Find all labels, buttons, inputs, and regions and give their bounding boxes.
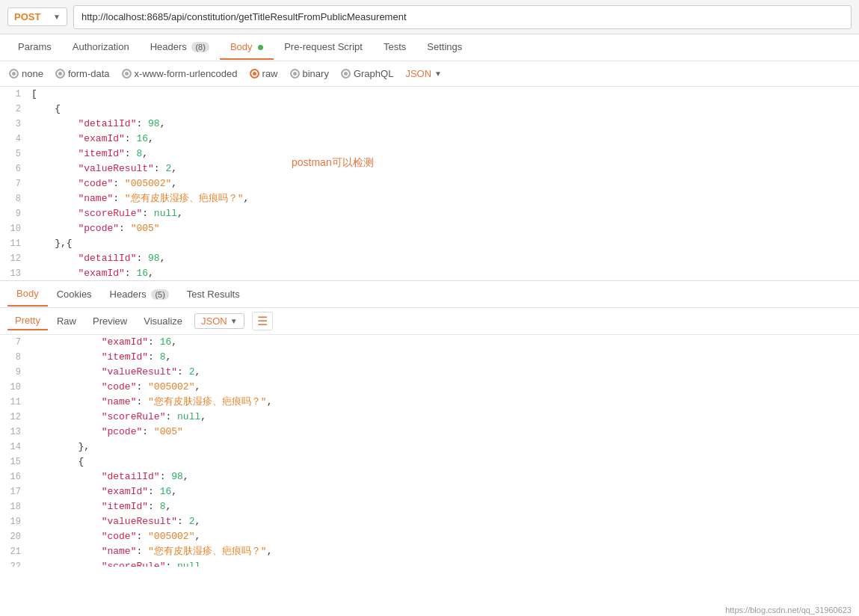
resp-format-arrow: ▼: [230, 317, 238, 325]
code-line-13: 13 "examId": 16,: [0, 266, 859, 281]
body-dot: [258, 45, 263, 50]
tab-authorization[interactable]: Authorization: [62, 35, 140, 60]
resp-line-11: 11 "name": "您有皮肤湿疹、疤痕吗？",: [0, 395, 859, 410]
code-line-8: 8 "name": "您有皮肤湿疹、疤痕吗？",: [0, 191, 859, 206]
format-arrow: ▼: [434, 70, 442, 78]
code-line-6: 6 "valueResult": 2,: [0, 161, 859, 176]
radio-binary[interactable]: binary: [290, 68, 329, 79]
resp-preview-btn[interactable]: Preview: [85, 312, 135, 330]
tab-params[interactable]: Params: [7, 35, 62, 60]
resp-line-22: 22 "scoreRule": null,: [0, 559, 859, 567]
resp-visualize-btn[interactable]: Visualize: [136, 312, 190, 330]
code-line-2: 2 {: [0, 102, 859, 117]
radio-graphql[interactable]: GraphQL: [341, 68, 393, 79]
body-type-row: none form-data x-www-form-urlencoded raw…: [0, 61, 859, 87]
method-select[interactable]: POST ▼: [7, 7, 67, 26]
radio-none[interactable]: none: [9, 68, 43, 79]
response-toolbar: Pretty Raw Preview Visualize JSON ▼ ☰: [0, 308, 859, 335]
resp-line-17: 17 "examId": 16,: [0, 484, 859, 499]
annotation-text: postman可以检测: [292, 156, 374, 170]
method-label: POST: [14, 11, 40, 22]
radio-binary-circle: [290, 69, 300, 78]
resp-line-15: 15 {: [0, 455, 859, 469]
tab-body[interactable]: Body: [220, 35, 274, 60]
resp-line-13: 13 "pcode": "005": [0, 425, 859, 440]
resp-line-9: 9 "valueResult": 2,: [0, 365, 859, 380]
resp-line-21: 21 "name": "您有皮肤湿疹、疤痕吗？",: [0, 544, 859, 559]
url-input[interactable]: [73, 5, 852, 29]
radio-none-circle: [9, 69, 19, 78]
response-code-area: 7 "examId": 16, 8 "itemId": 8, 9 "valueR…: [0, 335, 859, 567]
tab-headers[interactable]: Headers (8): [140, 35, 220, 60]
radio-raw-circle: [250, 69, 259, 78]
resp-line-12: 12 "scoreRule": null,: [0, 410, 859, 425]
footer-bar: https://blog.csdn.net/qq_31960623: [718, 604, 859, 616]
resp-pretty-btn[interactable]: Pretty: [7, 312, 48, 330]
request-code-area: postman可以检测 1 [ 2 { 3 "detailId": 98, 4 …: [0, 87, 859, 281]
resp-line-7: 7 "examId": 16,: [0, 335, 859, 350]
radio-graphql-circle: [341, 69, 351, 78]
code-line-1: 1 [: [0, 87, 859, 102]
resp-headers-badge: (5): [151, 289, 168, 300]
resp-tab-headers[interactable]: Headers (5): [101, 283, 178, 306]
radio-form-data-circle: [55, 69, 65, 78]
tab-settings[interactable]: Settings: [416, 35, 472, 60]
code-line-3: 3 "detailId": 98,: [0, 117, 859, 132]
resp-tab-test-results[interactable]: Test Results: [178, 283, 249, 306]
code-line-11: 11 },{: [0, 236, 859, 251]
footer-link: https://blog.csdn.net/qq_31960623: [725, 606, 852, 615]
code-line-7: 7 "code": "005002",: [0, 176, 859, 191]
wrap-icon[interactable]: ☰: [252, 312, 273, 330]
radio-urlencoded-circle: [122, 69, 132, 78]
code-line-9: 9 "scoreRule": null,: [0, 206, 859, 221]
code-line-10: 10 "pcode": "005": [0, 221, 859, 236]
resp-line-18: 18 "itemId": 8,: [0, 499, 859, 514]
resp-raw-btn[interactable]: Raw: [49, 312, 84, 330]
resp-tab-body[interactable]: Body: [7, 282, 48, 307]
resp-line-16: 16 "detailId": 98,: [0, 469, 859, 484]
code-line-12: 12 "detailId": 98,: [0, 251, 859, 266]
code-line-5: 5 "itemId": 8,: [0, 147, 859, 161]
code-line-4: 4 "examId": 16,: [0, 132, 859, 147]
resp-line-20: 20 "code": "005002",: [0, 529, 859, 544]
resp-format-select[interactable]: JSON ▼: [194, 313, 244, 329]
radio-urlencoded[interactable]: x-www-form-urlencoded: [122, 68, 238, 79]
headers-badge: (8): [191, 42, 209, 52]
resp-line-10: 10 "code": "005002",: [0, 380, 859, 395]
resp-tab-cookies[interactable]: Cookies: [48, 283, 101, 306]
request-tabs: Params Authorization Headers (8) Body Pr…: [0, 34, 859, 61]
format-select[interactable]: JSON ▼: [405, 68, 442, 79]
resp-line-8: 8 "itemId": 8,: [0, 350, 859, 365]
radio-raw[interactable]: raw: [250, 68, 278, 79]
response-section: Body Cookies Headers (5) Test Results Pr…: [0, 281, 859, 567]
request-bar: POST ▼: [0, 0, 859, 34]
resp-line-19: 19 "valueResult": 2,: [0, 514, 859, 529]
resp-line-14: 14 },: [0, 440, 859, 455]
tab-tests[interactable]: Tests: [373, 35, 416, 60]
method-arrow: ▼: [53, 13, 61, 21]
radio-form-data[interactable]: form-data: [55, 68, 110, 79]
tab-pre-request[interactable]: Pre-request Script: [274, 35, 373, 60]
response-tabs: Body Cookies Headers (5) Test Results: [0, 281, 859, 308]
